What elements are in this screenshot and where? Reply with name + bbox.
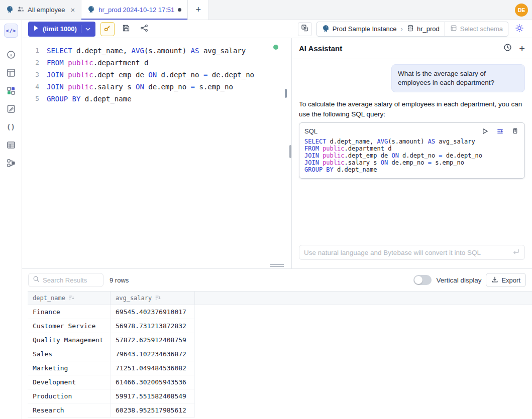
vertical-display-label: Vertical display	[436, 276, 481, 284]
instance-database-selector[interactable]: Prod Sample Instance › hr_prod	[317, 22, 445, 36]
table-cell: 71251.049484536082	[111, 361, 195, 375]
tab-label: hr_prod 2024-10-12 17:51	[98, 6, 174, 14]
search-results-input[interactable]	[43, 276, 99, 284]
postgresql-icon	[6, 6, 14, 15]
sql-editor-logo-icon[interactable]: </>	[4, 24, 18, 38]
column-label: dept_name	[33, 295, 65, 302]
close-icon[interactable]: ×	[70, 6, 75, 14]
postgresql-icon	[322, 25, 330, 34]
user-message: What is the average salary of employees …	[391, 64, 525, 92]
results-toolbar: 9 rows Vertical display Export	[22, 269, 532, 291]
people-icon	[17, 6, 24, 14]
ai-assistant-panel: AI Assistant + What is the average salar…	[292, 38, 532, 268]
column-header-avg-salary[interactable]: avg_salary	[111, 292, 195, 305]
history-icon[interactable]	[503, 43, 512, 54]
database-icon	[407, 25, 414, 33]
sort-icon	[155, 295, 161, 302]
header-filler	[195, 292, 532, 305]
left-rail: </> ()	[0, 20, 22, 419]
run-query-button[interactable]: (limit 1000)	[28, 22, 95, 37]
editor-toolbar: (limit 1000) Prod Sample Instance › hr_p…	[22, 20, 532, 38]
table-row[interactable]: Sales79643.102234636872	[28, 347, 195, 361]
schema-selector[interactable]: Select schema	[445, 22, 508, 36]
user-avatar[interactable]: DE	[515, 4, 528, 17]
schema-icon	[450, 25, 457, 33]
new-tab-button[interactable]: +	[188, 0, 209, 20]
line-number: 3	[22, 69, 39, 81]
save-icon	[122, 24, 130, 34]
vertical-display-toggle[interactable]	[413, 275, 432, 285]
assistant-message: To calculate the average salary of emplo…	[299, 99, 523, 119]
table-row[interactable]: Marketing71251.049484536082	[28, 361, 195, 375]
vertical-splitter-handle[interactable]	[289, 145, 291, 158]
chevron-right-icon: ›	[401, 25, 403, 33]
info-icon[interactable]	[2, 46, 20, 64]
results-body: Finance69545.402376910017Customer Servic…	[28, 305, 532, 417]
table-cell: 69545.402376910017	[111, 305, 195, 319]
share-button[interactable]	[138, 23, 151, 36]
ai-sql-code-block: SQL SELECT d.dept_name, AVG(s.amount) AS…	[299, 122, 525, 179]
editor-code: 1SELECT d.dept_name, AVG(s.amount) AS av…	[22, 45, 291, 105]
button-divider	[81, 25, 81, 33]
instances-icon[interactable]	[2, 82, 20, 100]
table-cell: Sales	[28, 347, 111, 361]
line-number: 1	[22, 45, 39, 57]
table-cell: Quality Management	[28, 333, 111, 347]
connection-breadcrumb: Prod Sample Instance › hr_prod Select sc…	[316, 22, 508, 37]
settings-button[interactable]	[513, 23, 526, 36]
table-cell: 56978.731213872832	[111, 319, 195, 333]
ai-chat-area: What is the average salary of employees …	[292, 59, 532, 184]
table-row[interactable]: Development61466.302005943536	[28, 375, 195, 389]
postgresql-icon	[87, 6, 95, 15]
tab-hr-prod[interactable]: hr_prod 2024-10-12 17:51	[81, 0, 188, 20]
horizontal-splitter-handle[interactable]	[270, 264, 284, 268]
parentheses-icon[interactable]: ()	[2, 118, 20, 136]
export-button[interactable]: Export	[486, 273, 526, 287]
table-cell: Production	[28, 389, 111, 403]
chevron-down-icon[interactable]	[85, 25, 90, 33]
admin-mode-button[interactable]	[100, 22, 115, 36]
sql-editor[interactable]: 1SELECT d.dept_name, AVG(s.amount) AS av…	[22, 38, 291, 268]
table-cell: 79643.102234636872	[111, 347, 195, 361]
instance-name: Prod Sample Instance	[333, 25, 397, 33]
run-button-label: (limit 1000)	[43, 25, 77, 33]
editor-scrollbar-thumb[interactable]	[285, 89, 287, 98]
database-name: hr_prod	[417, 25, 440, 33]
line-number: 5	[22, 93, 39, 105]
ai-header: AI Assistant +	[292, 38, 532, 59]
locate-connection-button[interactable]	[298, 22, 312, 36]
results-panel: 9 rows Vertical display Export dept_name…	[22, 268, 532, 419]
export-label: Export	[501, 276, 520, 284]
share-icon	[140, 24, 148, 34]
ai-prompt-input[interactable]	[304, 249, 508, 256]
gear-icon	[514, 23, 524, 35]
line-number: 2	[22, 57, 39, 69]
schema-diagram-icon[interactable]	[2, 154, 20, 172]
worksheet-icon[interactable]	[2, 100, 20, 118]
return-icon	[512, 248, 520, 257]
schema-placeholder: Select schema	[460, 25, 503, 33]
table-icon[interactable]	[2, 136, 20, 154]
code-language-label: SQL	[304, 127, 317, 135]
tab-all-employee[interactable]: All employee ×	[0, 0, 81, 20]
table-row[interactable]: Quality Management57872.625912408759	[28, 333, 195, 347]
column-header-dept-name[interactable]: dept_name	[28, 292, 111, 305]
ai-prompt-bar	[299, 245, 525, 260]
table-row[interactable]: Customer Service56978.731213872832	[28, 319, 195, 333]
table-cell: Research	[28, 403, 111, 417]
new-chat-icon[interactable]: +	[519, 44, 525, 54]
insert-sql-button[interactable]	[495, 126, 504, 135]
table-row[interactable]: Research60238.952517985612	[28, 403, 195, 417]
results-grid: dept_name avg_salary Finance69545.402376…	[28, 291, 532, 419]
table-cell: 59917.551582408549	[111, 389, 195, 403]
database-tables-icon[interactable]	[2, 64, 20, 82]
save-button[interactable]	[120, 23, 133, 36]
ai-code: SELECT d.dept_name, AVG(s.amount) AS avg…	[304, 138, 519, 173]
tab-bar: All employee × hr_prod 2024-10-12 17:51 …	[0, 0, 532, 20]
line-number: 4	[22, 81, 39, 93]
row-count: 9 rows	[110, 276, 129, 284]
table-row[interactable]: Finance69545.402376910017	[28, 305, 195, 319]
run-sql-button[interactable]	[480, 126, 489, 135]
table-row[interactable]: Production59917.551582408549	[28, 389, 195, 403]
copy-sql-button[interactable]	[510, 126, 519, 135]
